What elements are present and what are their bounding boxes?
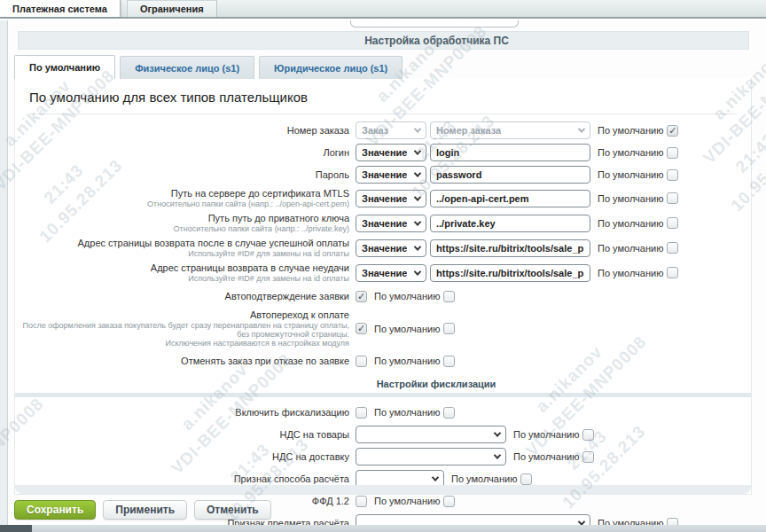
- mtls-cert-path-type-select-value: Значение: [362, 193, 407, 204]
- chevron-down-icon: [494, 451, 501, 458]
- ffd-1-2-controls: По умолчанию: [356, 496, 455, 507]
- enable-fiscalization-checkbox[interactable]: [356, 407, 367, 419]
- password-controls: ЗначениеПо умолчанию: [356, 166, 678, 184]
- login-default-label: По умолчанию: [598, 147, 663, 158]
- fail-return-url-controls: ЗначениеПо умолчанию: [356, 264, 678, 282]
- password-type-select-value: Значение: [362, 169, 407, 180]
- chevron-down-icon: [414, 125, 421, 132]
- ffd-1-2-default-checkbox[interactable]: [443, 496, 455, 507]
- success-return-url-type-select-value: Значение: [362, 243, 407, 254]
- mtls-cert-path-label-text: Путь на сервере до сертификата MTLS: [15, 188, 349, 199]
- enable-fiscalization-controls: По умолчанию: [356, 407, 455, 419]
- cancel-order-on-refuse-default-checkbox[interactable]: [443, 356, 455, 367]
- auto-confirm-checkbox[interactable]: ✓: [356, 291, 367, 302]
- apply-button[interactable]: Применить: [103, 500, 187, 520]
- success-return-url-input[interactable]: [430, 239, 590, 257]
- tab-individual[interactable]: Физическое лицо (s1): [120, 56, 254, 79]
- enable-fiscalization-default-label: По умолчанию: [374, 407, 440, 418]
- tab-payment-system[interactable]: Платежная система: [0, 0, 121, 17]
- fail-return-url-input[interactable]: [430, 264, 590, 282]
- save-button[interactable]: Сохранить: [14, 500, 96, 520]
- vat-goods-select[interactable]: [356, 426, 506, 443]
- enable-fiscalization-default-checkbox[interactable]: [443, 407, 455, 419]
- login-default-checkbox[interactable]: [667, 147, 678, 159]
- fail-return-url-label-text: Адрес страницы возврата в случае неудачи: [15, 262, 349, 273]
- fail-return-url-type-select-value: Значение: [362, 268, 407, 278]
- form-rows: Номер заказаЗаказНомер заказаПо умолчани…: [15, 121, 751, 532]
- ffd-1-2-checkbox[interactable]: [356, 496, 367, 507]
- fail-return-url-sublabel: Используйте #ID# для замены на id оплаты: [15, 274, 349, 283]
- form-row-vat-delivery: НДС на доставкуПо умолчанию: [15, 448, 751, 466]
- tab-restrictions[interactable]: Ограничения: [127, 0, 217, 17]
- chevron-down-icon: [494, 429, 501, 436]
- login-type-select[interactable]: Значение: [356, 144, 426, 161]
- chevron-down-icon: [414, 218, 421, 225]
- chevron-down-icon: [414, 169, 421, 176]
- cancel-order-on-refuse-label: Отменять заказ при отказе по заявке: [15, 356, 356, 366]
- mtls-cert-path-controls: ЗначениеПо умолчанию: [356, 190, 678, 207]
- auto-confirm-default-checkbox[interactable]: [443, 291, 455, 302]
- chevron-down-icon: [414, 268, 421, 275]
- footer-dark-block: [0, 525, 32, 532]
- auto-redirect-label: Автопереход к оплатеПосле оформления зак…: [15, 309, 356, 348]
- fiscalization-section-heading: Настройки фисклизации: [15, 379, 751, 389]
- mtls-cert-path-sublabel: Относительно папки сайта (напр.: ../open…: [15, 200, 349, 208]
- vat-goods-controls: По умолчанию: [356, 426, 594, 443]
- auto-redirect-label-text: Автопереход к оплате: [15, 309, 349, 320]
- vat-delivery-select[interactable]: [356, 448, 506, 466]
- vat-delivery-label-text: НДС на доставку: [15, 451, 349, 462]
- form-row-fail-return-url: Адрес страницы возврата в случае неудачи…: [15, 262, 751, 283]
- success-return-url-default-checkbox[interactable]: [667, 242, 678, 254]
- form-row-auto-confirm: Автоподтверждение заявки✓По умолчанию: [15, 287, 751, 305]
- vat-delivery-default-label: По умолчанию: [513, 451, 579, 462]
- payment-method-attr-default-checkbox[interactable]: [520, 473, 532, 485]
- page-title: По умолчанию для всех типов плательщиков: [15, 78, 751, 113]
- mtls-cert-path-input[interactable]: [430, 190, 590, 207]
- private-key-path-type-select-value: Значение: [362, 218, 407, 229]
- order-number-controls: ЗаказНомер заказаПо умолчанию✓: [356, 121, 678, 139]
- password-label-text: Пароль: [15, 169, 349, 180]
- auto-redirect-controls: ✓По умолчанию: [356, 323, 455, 334]
- auto-redirect-default-checkbox[interactable]: [443, 323, 455, 334]
- order-number-label-text: Номер заказа: [15, 125, 349, 136]
- mtls-cert-path-type-select[interactable]: Значение: [356, 190, 426, 207]
- handler-settings-header: Настройка обработчика ПС: [18, 31, 749, 50]
- auto-confirm-controls: ✓По умолчанию: [356, 291, 455, 302]
- enable-fiscalization-label-text: Включить фискализацию: [15, 407, 349, 418]
- mtls-cert-path-default-label: По умолчанию: [598, 193, 663, 204]
- order-number-type-select-value: Заказ: [362, 125, 388, 136]
- form-row-cancel-order-on-refuse: Отменять заказ при отказе по заявкеПо ум…: [15, 352, 751, 370]
- form-row-login: ЛогинЗначениеПо умолчанию: [15, 144, 751, 161]
- fail-return-url-default-checkbox[interactable]: [667, 267, 678, 278]
- divider: [29, 113, 737, 114]
- form-row-auto-redirect: Автопереход к оплатеПосле оформления зак…: [15, 309, 751, 348]
- password-label: Пароль: [15, 169, 356, 180]
- tab-legal-entity[interactable]: Юридическое лицо (s1): [259, 56, 403, 79]
- payer-type-tabs: По умолчанию Физическое лицо (s1) Юридич…: [14, 55, 407, 79]
- collapsed-sidebar-strip[interactable]: [0, 20, 8, 525]
- form-row-enable-fiscalization: Включить фискализациюПо умолчанию: [15, 403, 751, 421]
- password-default-checkbox[interactable]: [667, 169, 678, 181]
- success-return-url-type-select[interactable]: Значение: [356, 239, 426, 257]
- vat-delivery-default-checkbox[interactable]: [582, 451, 594, 463]
- form-row-mtls-cert-path: Путь на сервере до сертификата MTLSОтнос…: [15, 188, 751, 208]
- password-type-select[interactable]: Значение: [356, 166, 426, 184]
- cancel-button[interactable]: Отменить: [194, 500, 271, 520]
- panel-bottom-strip: [15, 485, 751, 494]
- private-key-path-sublabel: Относительно папки сайта (напр.: ../priv…: [15, 224, 349, 233]
- private-key-path-type-select[interactable]: Значение: [356, 215, 426, 232]
- private-key-path-default-checkbox[interactable]: [667, 217, 678, 229]
- auto-redirect-checkbox[interactable]: ✓: [356, 323, 367, 334]
- form-drag-handle[interactable]: [350, 20, 519, 27]
- fail-return-url-type-select[interactable]: Значение: [356, 264, 426, 282]
- mtls-cert-path-default-checkbox[interactable]: [667, 192, 678, 204]
- cancel-order-on-refuse-checkbox[interactable]: [356, 356, 367, 367]
- private-key-path-input[interactable]: [430, 215, 590, 232]
- login-input[interactable]: [430, 144, 590, 161]
- order-number-value-select[interactable]: Номер заказа: [430, 121, 590, 139]
- order-number-default-checkbox[interactable]: ✓: [667, 125, 678, 137]
- order-number-type-select[interactable]: Заказ: [356, 121, 426, 139]
- vat-goods-default-checkbox[interactable]: [582, 429, 594, 441]
- tab-default[interactable]: По умолчанию: [14, 55, 115, 79]
- password-input[interactable]: [430, 166, 590, 184]
